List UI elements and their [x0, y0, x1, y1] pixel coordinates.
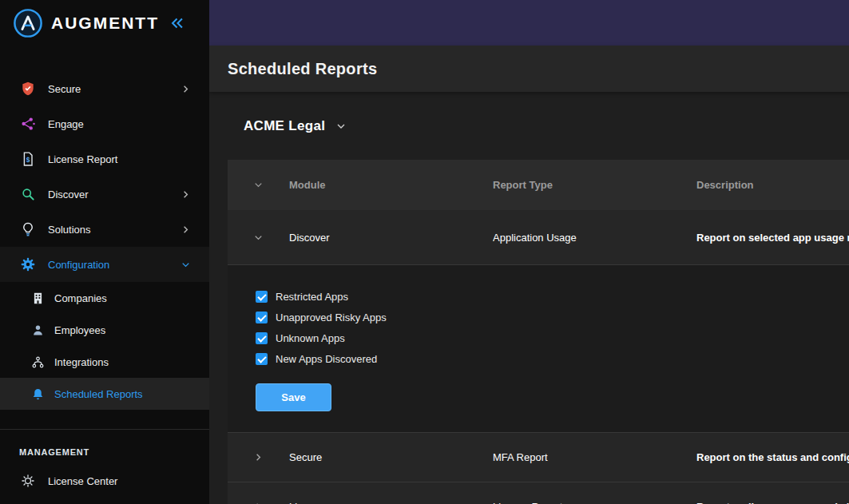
checkbox-label: Restricted Apps: [276, 291, 348, 303]
cell-report-type: Application Usage: [493, 232, 696, 244]
sidebar-collapse-icon[interactable]: [169, 14, 186, 32]
main-area: Scheduled Reports ACME Legal Module Repo…: [209, 0, 849, 504]
table-header-row: Module Report Type Description: [228, 160, 849, 210]
cell-description: Report on the status and config...: [696, 451, 849, 463]
checkbox-checked[interactable]: [256, 353, 268, 365]
cell-module: License: [289, 501, 493, 504]
collapse-all-chevron-icon[interactable]: [228, 179, 289, 191]
checkbox-label: Unapproved Risky Apps: [276, 312, 387, 323]
sidebar-item-solutions[interactable]: Solutions: [0, 212, 209, 247]
brand-name: AUGMENTT: [51, 14, 159, 33]
sidebar-item-companies[interactable]: Companies: [0, 282, 209, 314]
checkbox-checked[interactable]: [256, 291, 268, 303]
sidebar-item-license-center[interactable]: License Center: [0, 465, 209, 497]
page-title: Scheduled Reports: [228, 60, 377, 78]
sidebar-item-secure[interactable]: Secure: [0, 71, 209, 106]
sidebar-item-label: Engage: [48, 118, 84, 130]
sidebar-item-engage[interactable]: Engage: [0, 106, 209, 141]
sidebar-nav: Secure: [0, 46, 209, 497]
discover-expanded-panel: Restricted Apps Unapproved Risky Apps Un…: [228, 265, 849, 433]
chevron-right-icon[interactable]: [228, 501, 289, 504]
cell-description: Report on selected app usage m...: [696, 232, 849, 244]
augmentt-logo-icon: [13, 8, 43, 38]
sidebar-item-label: Configuration: [48, 259, 109, 271]
cell-module: Secure: [289, 451, 493, 463]
checkbox-checked[interactable]: [256, 332, 268, 344]
company-name: ACME Legal: [244, 118, 325, 134]
org-chart-icon: [30, 355, 45, 369]
person-icon: [30, 323, 45, 337]
column-header-report-type: Report Type: [493, 179, 696, 191]
sidebar-item-label: License Report: [48, 153, 117, 165]
table-row-discover[interactable]: Discover Application Usage Report on sel…: [228, 210, 849, 265]
license-report-icon: $: [19, 150, 37, 168]
gear-icon: [19, 256, 37, 273]
page-header: Scheduled Reports: [209, 46, 849, 92]
cell-report-type: MFA Report: [493, 451, 696, 463]
checkbox-label: Unknown Apps: [276, 332, 345, 344]
table-row-license[interactable]: License License Report Report on license…: [228, 482, 849, 504]
license-center-icon: [19, 472, 37, 490]
checkbox-checked[interactable]: [256, 312, 268, 323]
sidebar-item-label: Integrations: [54, 356, 109, 368]
sidebar-item-label: Solutions: [48, 224, 90, 236]
chevron-right-icon: [180, 224, 192, 236]
sidebar-section-management: MANAGEMENT: [0, 430, 209, 465]
configuration-submenu: Companies Employees: [0, 282, 209, 410]
cell-report-type: License Report: [493, 501, 696, 504]
chevron-right-icon: [180, 83, 192, 95]
content: ACME Legal Module Report Type Descriptio…: [209, 92, 849, 504]
chevron-down-icon[interactable]: [228, 232, 289, 244]
sidebar-item-scheduled-reports[interactable]: Scheduled Reports: [0, 378, 209, 410]
table-row-secure[interactable]: Secure MFA Report Report on the status a…: [228, 433, 849, 482]
building-icon: [30, 291, 45, 305]
chevron-right-icon[interactable]: [228, 451, 289, 463]
company-selector[interactable]: ACME Legal: [209, 92, 849, 160]
chevron-right-icon: [180, 189, 192, 200]
checkbox-label: New Apps Discovered: [276, 353, 377, 365]
app-root: AUGMENTT Secure: [0, 0, 849, 504]
sidebar-item-integrations[interactable]: Integrations: [0, 346, 209, 378]
svg-text:$: $: [26, 156, 30, 164]
engage-icon: [19, 115, 37, 133]
sidebar-item-configuration[interactable]: Configuration: [0, 247, 209, 282]
sidebar: AUGMENTT Secure: [0, 0, 209, 504]
search-icon: [19, 185, 37, 203]
cell-module: Discover: [289, 232, 493, 244]
bell-icon: [30, 387, 45, 401]
scheduled-reports-table: Module Report Type Description Discover …: [228, 160, 849, 504]
sidebar-item-label: License Center: [48, 475, 117, 487]
cell-description: Report on license usage and ch...: [696, 501, 849, 504]
chevron-down-icon: [180, 259, 192, 271]
save-button[interactable]: Save: [256, 383, 331, 411]
checkbox-row-unapproved-risky-apps[interactable]: Unapproved Risky Apps: [256, 307, 849, 327]
sidebar-item-label: Secure: [48, 83, 81, 95]
checkbox-row-new-apps-discovered[interactable]: New Apps Discovered: [256, 348, 849, 369]
topbar: [209, 0, 849, 46]
checkbox-row-restricted-apps[interactable]: Restricted Apps: [256, 286, 849, 307]
sidebar-item-label: Scheduled Reports: [54, 388, 143, 400]
column-header-module: Module: [289, 179, 493, 191]
sidebar-item-label: Employees: [54, 324, 105, 336]
sidebar-item-license-report[interactable]: $ License Report: [0, 141, 209, 177]
sidebar-item-discover[interactable]: Discover: [0, 177, 209, 212]
shield-icon: [19, 80, 37, 97]
brand-header: AUGMENTT: [0, 0, 209, 46]
chevron-down-icon: [335, 120, 347, 133]
sidebar-item-label: Companies: [54, 292, 107, 304]
column-header-description: Description: [696, 179, 849, 191]
sidebar-item-label: Discover: [48, 189, 89, 200]
checkbox-row-unknown-apps[interactable]: Unknown Apps: [256, 327, 849, 348]
sidebar-item-employees[interactable]: Employees: [0, 314, 209, 346]
lightbulb-icon: [19, 220, 37, 238]
